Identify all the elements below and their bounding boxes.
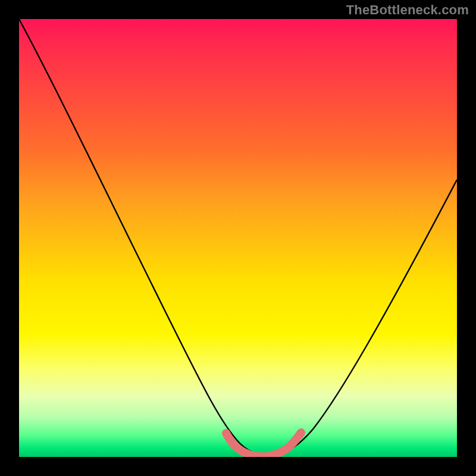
trough-highlight [226,433,301,456]
chart-frame: TheBottleneck.com [0,0,476,476]
watermark-text: TheBottleneck.com [346,2,469,18]
plot-area [19,19,457,457]
curve-svg [19,19,457,457]
bottleneck-curve [19,19,457,454]
